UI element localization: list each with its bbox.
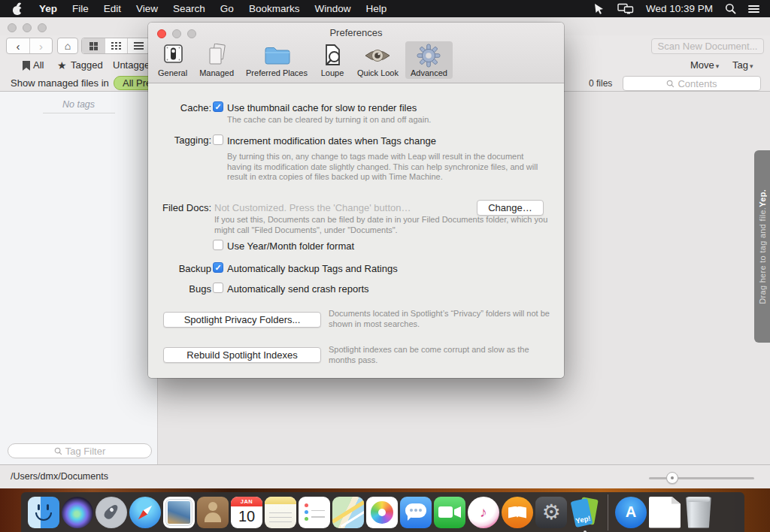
- menu-go[interactable]: Go: [213, 0, 241, 17]
- spotlight-privacy-button[interactable]: Spotlight Privacy Folders...: [163, 312, 321, 328]
- apple-menu-icon[interactable]: [12, 3, 23, 15]
- star-icon[interactable]: ★: [57, 60, 67, 71]
- dock-system-preferences-icon[interactable]: ⚙: [535, 497, 567, 528]
- dock: JAN 10 ♪ ⚙ Yep! A: [21, 492, 744, 532]
- preferences-window: Preferences General: [148, 23, 564, 378]
- backup-checkbox-label[interactable]: Automatically backup Tags and Ratings: [227, 263, 398, 274]
- dock-siri-icon[interactable]: [62, 497, 93, 528]
- tag-filter-field[interactable]: Tag Filter: [8, 443, 152, 458]
- current-path: /Users/dmx/Documents: [11, 471, 108, 482]
- view-segmented-control: [81, 38, 150, 54]
- tab-preferred-places[interactable]: Preferred Places: [241, 41, 313, 79]
- dock-document-icon[interactable]: [649, 497, 681, 528]
- dock-yep-icon[interactable]: Yep!: [569, 497, 601, 528]
- bugs-checkbox[interactable]: [213, 283, 223, 293]
- preferences-title: Preferences: [148, 27, 564, 38]
- dock-mail-icon[interactable]: [163, 497, 195, 528]
- back-button[interactable]: ‹: [7, 38, 29, 53]
- contents-search-field[interactable]: Contents: [623, 76, 761, 91]
- dock-facetime-icon[interactable]: [434, 497, 465, 528]
- rebuild-indexes-button[interactable]: Rebuild Spotlight Indexes: [163, 347, 321, 363]
- dock-notes-icon[interactable]: [265, 497, 296, 528]
- tab-managed[interactable]: Managed: [194, 41, 239, 79]
- yep-drag-tab[interactable]: Drag here to tag and file.Yep.: [754, 150, 770, 343]
- dock-reminders-icon[interactable]: [299, 497, 330, 528]
- preferences-toolbar: General Managed Preferred Places: [153, 41, 453, 79]
- filter-all[interactable]: All: [33, 59, 44, 71]
- tab-advanced[interactable]: Advanced: [405, 41, 453, 79]
- forward-button[interactable]: ›: [29, 38, 52, 53]
- dock-contacts-icon[interactable]: [197, 497, 229, 528]
- small-list-view-icon: [111, 41, 121, 51]
- tagging-checkbox-label[interactable]: Increment modification dates when Tags c…: [227, 135, 436, 147]
- thumbnail-size-slider-knob[interactable]: [666, 472, 678, 484]
- dock-calendar-icon[interactable]: JAN 10: [231, 497, 262, 528]
- no-tags-label: No tags: [0, 99, 157, 110]
- menu-edit[interactable]: Edit: [96, 0, 129, 17]
- calendar-day: 10: [231, 506, 262, 527]
- thumbnail-size-slider-track[interactable]: [649, 477, 754, 479]
- general-icon: [160, 44, 186, 68]
- spotlight-search-icon[interactable]: [725, 3, 736, 14]
- cache-label: Cache:: [148, 102, 211, 113]
- preferences-header: Preferences General: [148, 23, 564, 83]
- displays-icon[interactable]: [617, 3, 634, 14]
- tab-loupe[interactable]: Loupe: [314, 41, 350, 79]
- menu-clock[interactable]: Wed 10:39 PM: [646, 0, 713, 17]
- dock-maps-icon[interactable]: [332, 497, 364, 528]
- menu-app[interactable]: Yep: [32, 0, 65, 17]
- tab-general[interactable]: General: [153, 41, 192, 79]
- cache-checkbox-label[interactable]: Use thumbnail cache for slow to render f…: [227, 102, 417, 113]
- dock-separator: [608, 494, 608, 530]
- dock-photos-icon[interactable]: [366, 497, 398, 528]
- scan-new-document-button[interactable]: Scan New Document...: [651, 38, 764, 54]
- menu-window[interactable]: Window: [307, 0, 358, 17]
- tagging-note: By turning this on, any change to tags m…: [227, 152, 549, 183]
- dock-finder-icon[interactable]: [28, 497, 59, 528]
- tab-quick-look[interactable]: Quick Look: [352, 41, 404, 79]
- search-icon: [54, 447, 62, 455]
- dock-messages-icon[interactable]: [400, 497, 432, 528]
- folder-icon: [261, 44, 293, 68]
- chevron-down-icon: ▾: [716, 62, 720, 70]
- tagging-checkbox[interactable]: [213, 135, 223, 145]
- view-list-button[interactable]: [127, 38, 150, 53]
- yep-badge: Yep!: [574, 513, 592, 527]
- status-bar: /Users/dmx/Documents: [0, 464, 770, 488]
- change-button[interactable]: Change…: [477, 200, 544, 216]
- year-month-checkbox[interactable]: [213, 240, 223, 250]
- notification-center-icon[interactable]: [748, 4, 759, 14]
- dock-itunes-icon[interactable]: ♪: [468, 497, 499, 528]
- spotlight-privacy-note: Documents located in Spotlight’s “Privac…: [329, 309, 550, 329]
- managed-icon: [204, 44, 229, 68]
- tag-menu[interactable]: Tag▾: [732, 59, 753, 71]
- dock-safari-icon[interactable]: [129, 497, 161, 528]
- menu-file[interactable]: File: [65, 0, 96, 17]
- view-grid-button[interactable]: [82, 38, 105, 53]
- menu-bar: Yep File Edit View Search Go Bookmarks W…: [0, 0, 770, 17]
- dock-app-store-icon[interactable]: A: [615, 497, 647, 528]
- preferences-content: Cache: ✓ Use thumbnail cache for slow to…: [148, 83, 564, 378]
- tags-sidebar: No tags Tag Filter: [0, 92, 158, 464]
- bookmark-filter-icon[interactable]: [23, 61, 30, 71]
- menu-view[interactable]: View: [129, 0, 165, 17]
- filter-tagged[interactable]: Tagged: [71, 59, 103, 71]
- tagging-label: Tagging:: [148, 135, 211, 146]
- gear-icon: [416, 44, 441, 68]
- home-button-group: ⌂: [57, 38, 78, 54]
- dock-launchpad-icon[interactable]: [95, 497, 127, 528]
- view-small-list-button[interactable]: [105, 38, 127, 53]
- menu-search[interactable]: Search: [165, 0, 213, 17]
- home-button[interactable]: ⌂: [58, 38, 77, 53]
- year-month-checkbox-label[interactable]: Use Year/Month folder format: [227, 240, 354, 252]
- dock-ibooks-icon[interactable]: [502, 497, 533, 528]
- dock-trash-icon[interactable]: [683, 497, 714, 528]
- bugs-checkbox-label[interactable]: Automatically send crash reports: [227, 283, 369, 295]
- move-menu[interactable]: Move▾: [690, 59, 719, 71]
- menu-bookmarks[interactable]: Bookmarks: [241, 0, 308, 17]
- filed-docs-value: Not Customized. Press the 'Change' butto…: [214, 202, 411, 213]
- backup-checkbox[interactable]: ✓: [213, 262, 223, 273]
- menu-help[interactable]: Help: [358, 0, 394, 17]
- cursor-status-icon[interactable]: [593, 3, 605, 14]
- cache-checkbox[interactable]: ✓: [213, 101, 223, 112]
